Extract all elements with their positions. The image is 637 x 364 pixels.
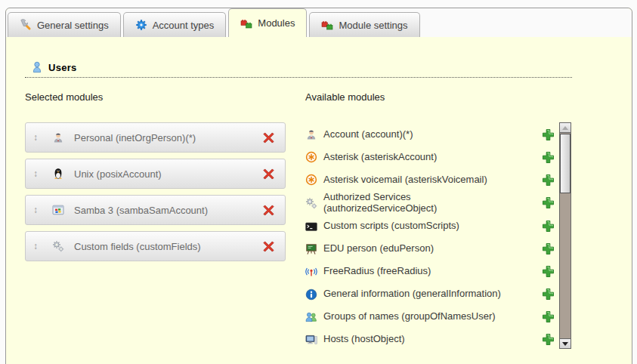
selected-module-row: ↕Personal (inetOrgPerson)(*): [25, 122, 286, 153]
drag-handle-icon[interactable]: ↕: [33, 132, 45, 143]
tab-label: Account types: [153, 20, 215, 31]
available-module-row: Hosts (hostObject): [305, 329, 555, 351]
drag-handle-icon[interactable]: ↕: [33, 205, 45, 215]
module-label: Asterisk (asteriskAccount): [323, 152, 437, 163]
available-module-row: Authorized Services (authorizedServiceOb…: [305, 191, 555, 215]
remove-module-button[interactable]: [262, 240, 275, 253]
asterisk-icon: [305, 151, 317, 163]
remove-module-button[interactable]: [262, 168, 275, 180]
drag-handle-icon[interactable]: ↕: [33, 168, 45, 179]
scrollbar-thumb[interactable]: [560, 134, 571, 193]
available-modules-heading: Available modules: [305, 91, 385, 103]
tux-icon: [52, 168, 64, 180]
info-icon: [305, 288, 317, 301]
available-module-row: Asterisk voicemail (asteriskVoicemail): [305, 168, 555, 191]
gears-icon: [52, 240, 64, 252]
available-module-row: Account (account)(*): [305, 123, 555, 146]
add-module-button[interactable]: [542, 265, 555, 278]
tab-module-settings[interactable]: Module settings: [309, 12, 419, 37]
modules-icon: [321, 19, 333, 31]
add-module-button[interactable]: [542, 242, 555, 255]
selected-module-row: ↕Unix (posixAccount): [25, 159, 286, 189]
module-label: EDU person (eduPerson): [323, 243, 434, 254]
module-label: General information (generalInformation): [323, 288, 501, 300]
wrench-icon: [20, 19, 32, 31]
windows-icon: [52, 204, 64, 216]
user-icon: [31, 61, 43, 73]
module-label: Unix (posixAccount): [74, 168, 262, 180]
tab-general-settings[interactable]: General settings: [8, 12, 121, 37]
available-module-row: EDU person (eduPerson): [305, 238, 555, 261]
add-module-button[interactable]: [542, 288, 555, 301]
add-module-button[interactable]: [542, 196, 555, 209]
module-label: Authorized Services (authorizedServiceOb…: [323, 192, 514, 214]
selected-module-row: ↕Custom fields (customFields): [25, 231, 286, 261]
person-icon: [52, 131, 64, 143]
module-label: Custom scripts (customScripts): [323, 221, 459, 232]
radio-icon: [305, 266, 317, 278]
add-module-button[interactable]: [542, 333, 555, 346]
add-module-button[interactable]: [542, 220, 555, 233]
tab-modules[interactable]: Modules: [228, 8, 307, 37]
terminal-icon: [305, 221, 317, 233]
scroll-down-button[interactable]: [560, 338, 571, 348]
tab-label: Module settings: [339, 20, 407, 31]
add-module-button[interactable]: [542, 174, 555, 187]
group-icon: [305, 311, 317, 323]
module-label: Personal (inetOrgPerson)(*): [74, 132, 262, 143]
settings-window: General settingsAccount typesModulesModu…: [5, 8, 632, 364]
available-modules-scrollbar[interactable]: [559, 122, 571, 349]
gear-icon: [135, 19, 147, 31]
users-section-header: Users: [25, 61, 572, 78]
chalkboard-icon: [305, 243, 317, 255]
module-label: Groups of names (groupOfNamesUser): [323, 311, 496, 322]
host-icon: [305, 334, 317, 346]
selected-modules-list: ↕Personal (inetOrgPerson)(*)↕Unix (posix…: [25, 122, 286, 267]
modules-icon: [240, 17, 252, 29]
module-label: Account (account)(*): [323, 129, 413, 140]
available-module-row: Groups of names (groupOfNamesUser): [305, 306, 555, 329]
module-label: Samba 3 (sambaSamAccount): [74, 205, 262, 216]
add-module-button[interactable]: [542, 128, 555, 141]
triangle-up-icon: [562, 126, 568, 130]
module-label: Custom fields (customFields): [74, 241, 262, 252]
module-label: Asterisk voicemail (asteriskVoicemail): [323, 174, 487, 186]
selected-modules-heading: Selected modules: [25, 91, 103, 103]
remove-module-button[interactable]: [262, 204, 275, 217]
available-module-row: Custom scripts (customScripts): [305, 215, 555, 238]
modules-tab-content: Users Selected modules Available modules…: [6, 37, 632, 364]
asterisk-icon: [305, 174, 317, 186]
available-modules-list: Account (account)(*)Asterisk (asteriskAc…: [305, 123, 555, 351]
available-module-row: FreeRadius (freeRadius): [305, 261, 555, 283]
tab-label: General settings: [37, 20, 109, 31]
triangle-down-icon: [562, 342, 568, 346]
section-title: Users: [48, 62, 77, 73]
available-module-row: General information (generalInformation): [305, 283, 555, 306]
tab-bar: General settingsAccount typesModulesModu…: [6, 8, 632, 37]
module-label: Hosts (hostObject): [323, 334, 405, 345]
selected-module-row: ↕Samba 3 (sambaSamAccount): [25, 195, 286, 225]
available-module-row: Asterisk (asteriskAccount): [305, 146, 555, 168]
scroll-up-button[interactable]: [560, 123, 571, 133]
tab-label: Modules: [258, 17, 295, 29]
add-module-button[interactable]: [542, 310, 555, 323]
drag-handle-icon[interactable]: ↕: [33, 241, 45, 251]
person-icon: [305, 128, 317, 140]
add-module-button[interactable]: [542, 151, 555, 164]
gears-icon: [305, 197, 317, 209]
remove-module-button[interactable]: [262, 131, 275, 144]
tab-account-types[interactable]: Account types: [123, 12, 227, 37]
module-label: FreeRadius (freeRadius): [323, 266, 431, 277]
